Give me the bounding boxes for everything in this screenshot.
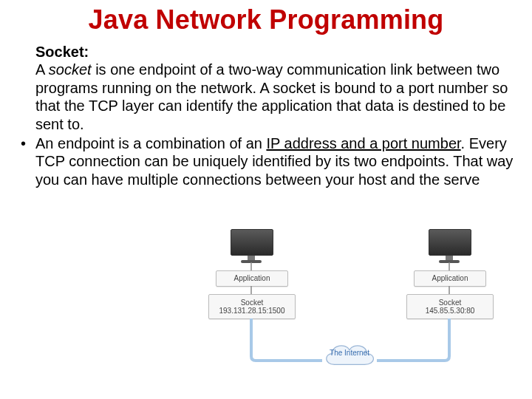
slide-title: Java Network Programming bbox=[0, 4, 532, 35]
socket-label: Socket: bbox=[35, 44, 89, 60]
lead-paragraph: Socket: A socket is one endpoint of a tw… bbox=[35, 43, 525, 133]
bullet-underline: IP address and a port number bbox=[266, 135, 460, 151]
para1-em: socket bbox=[49, 61, 92, 78]
bullet-paragraph: An endpoint is a combination of an IP ad… bbox=[35, 134, 525, 188]
para1-rest: is one endpoint of a two-way communicati… bbox=[35, 61, 508, 132]
body-text: Socket: A socket is one endpoint of a tw… bbox=[18, 43, 525, 188]
para1-prefix: A bbox=[35, 61, 49, 78]
slide: Java Network Programming Socket: A socke… bbox=[0, 0, 532, 399]
network-diagram: Application Application Socket 193.131.2… bbox=[192, 229, 510, 392]
bullet-prefix: An endpoint is a combination of an bbox=[35, 135, 266, 151]
